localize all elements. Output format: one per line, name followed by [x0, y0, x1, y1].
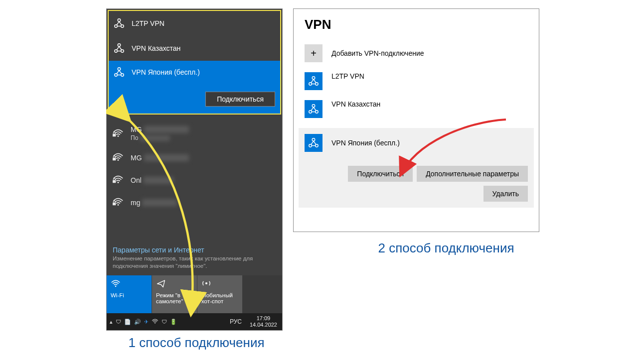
wifi-lock-icon — [113, 151, 124, 164]
vpn-icon — [114, 18, 125, 29]
quick-action-tiles: Wi-Fi Режим "в самолете" Мобильный хот-с… — [107, 275, 282, 313]
wifi-item[interactable]: mg — [107, 191, 282, 214]
network-settings-link[interactable]: Параметры сети и Интернет Изменение пара… — [107, 243, 282, 275]
wifi-name-masked — [144, 177, 173, 184]
caption-method-1: 1 способ подключения — [122, 336, 271, 351]
vpn-item-label: VPN Казахстан — [132, 44, 180, 52]
tile-label: Wi-Fi — [111, 292, 148, 298]
vpn-connection-item[interactable]: VPN Казахстан — [305, 100, 528, 118]
vpn-item-label: L2TP VPN — [132, 19, 164, 27]
wifi-icon — [111, 278, 148, 289]
vpn-connection-item[interactable]: L2TP VPN — [305, 72, 528, 90]
wifi-item[interactable]: MG — [107, 146, 282, 169]
vpn-action-buttons: Подключиться Дополнительные параметры Уд… — [305, 166, 528, 202]
hotspot-icon — [201, 278, 238, 289]
tray-icon[interactable]: 🛡 — [116, 319, 121, 325]
airplane-icon — [156, 278, 193, 289]
add-vpn-button[interactable]: + Добавить VPN-подключение — [305, 44, 528, 62]
wifi-item[interactable]: MG По — [107, 121, 282, 146]
add-vpn-label: Добавить VPN-подключение — [331, 49, 424, 57]
tray-wifi-icon[interactable] — [152, 318, 159, 326]
plus-icon: + — [305, 44, 322, 62]
vpn-connection-selected[interactable]: VPN Япония (беспл.) Подключиться Дополни… — [299, 128, 534, 208]
tray-icon[interactable]: 🛡 — [161, 319, 167, 325]
vpn-connection-label: L2TP VPN — [331, 72, 364, 80]
vpn-icon — [305, 134, 322, 152]
settings-vpn-panel: VPN + Добавить VPN-подключение L2TP VPN … — [293, 8, 539, 232]
vpn-item-label: VPN Япония (беспл.) — [132, 68, 200, 76]
wifi-name: MG — [131, 154, 142, 162]
wifi-list: MG По MG Onl — [107, 116, 282, 243]
connect-button[interactable]: Подключиться — [205, 92, 275, 107]
clock-time: 17:09 — [250, 315, 277, 322]
wifi-lock-icon — [113, 174, 124, 186]
connect-button[interactable]: Подключиться — [348, 166, 413, 182]
tray-icon[interactable]: 🔋 — [170, 319, 177, 325]
tray-icon[interactable]: 🔊 — [134, 319, 141, 325]
wifi-lock-icon — [113, 127, 124, 140]
wifi-name: MG — [131, 125, 142, 133]
wifi-item[interactable]: Onl — [107, 169, 282, 191]
vpn-icon — [305, 100, 322, 118]
wifi-name-masked — [144, 154, 189, 161]
caption-method-2: 2 способ подключения — [371, 241, 521, 256]
tile-wifi[interactable]: Wi-Fi — [107, 275, 152, 313]
tile-label: Мобильный хот-спот — [201, 292, 238, 304]
wifi-name: mg — [131, 199, 140, 207]
settings-desc: Изменение параметров, таких как установл… — [113, 255, 276, 270]
tile-label: Режим "в самолете" — [156, 292, 193, 304]
tray-icon[interactable]: ✈ — [144, 319, 149, 325]
vpn-icon — [114, 43, 125, 54]
tray-icon[interactable]: ▴ — [110, 319, 113, 325]
taskbar-clock[interactable]: 17:09 14.04.2022 — [245, 315, 282, 328]
page-title: VPN — [305, 17, 528, 32]
vpn-item-kazakhstan[interactable]: VPN Казахстан — [109, 36, 280, 61]
taskbar-lang[interactable]: РУС — [227, 318, 245, 325]
vpn-section-highlight: L2TP VPN VPN Казахстан VPN Япония (беспл… — [108, 10, 281, 115]
settings-title: Параметры сети и Интернет — [113, 246, 276, 254]
wifi-lock-icon — [113, 196, 124, 209]
network-flyout-panel: L2TP VPN VPN Казахстан VPN Япония (беспл… — [106, 8, 283, 331]
vpn-item-l2tp[interactable]: L2TP VPN — [109, 11, 280, 36]
taskbar: ▴ 🛡 📄 🔊 ✈ 🛡 🔋 РУС 17:09 14.04.2022 — [107, 313, 282, 330]
wifi-status: По — [131, 134, 138, 141]
vpn-button-row: Подключиться — [114, 92, 275, 107]
wifi-status-masked — [140, 135, 170, 141]
vpn-item-japan-selected[interactable]: VPN Япония (беспл.) Подключиться — [109, 61, 280, 114]
tile-airplane[interactable]: Режим "в самолете" — [152, 275, 197, 313]
vpn-icon — [114, 67, 125, 78]
delete-button[interactable]: Удалить — [483, 186, 528, 202]
wifi-name: Onl — [131, 176, 142, 184]
wifi-name-masked — [144, 126, 189, 133]
advanced-button[interactable]: Дополнительные параметры — [417, 166, 528, 182]
vpn-icon — [305, 72, 322, 90]
wifi-name-masked — [142, 199, 177, 206]
tray-icon[interactable]: 📄 — [124, 319, 131, 325]
tile-hotspot[interactable]: Мобильный хот-спот — [197, 275, 242, 313]
clock-date: 14.04.2022 — [250, 322, 277, 328]
vpn-connection-label: VPN Казахстан — [331, 100, 380, 108]
vpn-connection-label: VPN Япония (беспл.) — [331, 139, 400, 147]
tiles-rest — [242, 275, 282, 313]
tray-icons: ▴ 🛡 📄 🔊 ✈ 🛡 🔋 — [107, 318, 177, 326]
